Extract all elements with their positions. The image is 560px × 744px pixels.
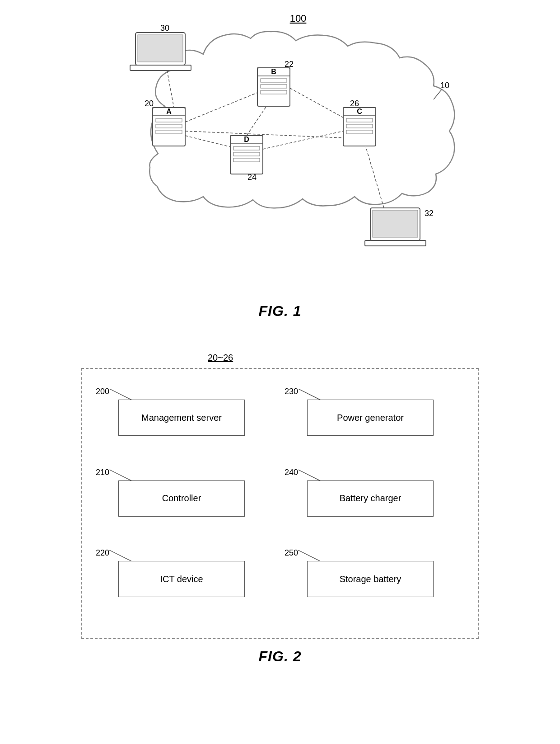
svg-line-41	[167, 71, 174, 108]
svg-line-31	[185, 136, 230, 147]
svg-line-51	[109, 550, 132, 561]
fig1-diagram: 100 A 20 B 22	[77, 9, 483, 298]
fig1-svg: 100 A 20 B 22	[77, 9, 483, 298]
svg-text:22: 22	[285, 60, 294, 69]
ref-220: 220	[96, 548, 109, 558]
svg-rect-39	[130, 65, 191, 71]
page: 100 A 20 B 22	[0, 0, 560, 744]
svg-line-52	[298, 550, 321, 561]
ref-200: 200	[96, 387, 109, 396]
box-240: Battery charger	[307, 480, 434, 517]
box-200: Management server	[118, 400, 245, 436]
label-240: Battery charger	[340, 493, 401, 504]
ref-210: 210	[96, 468, 109, 477]
svg-text:C: C	[357, 108, 362, 115]
svg-text:24: 24	[247, 173, 257, 182]
label-250: Storage battery	[340, 574, 401, 584]
svg-line-49	[109, 470, 132, 481]
svg-rect-44	[365, 240, 426, 246]
box-220: ICT device	[118, 561, 245, 597]
svg-line-47	[109, 389, 132, 400]
box-210: Controller	[118, 480, 245, 517]
box-230: Power generator	[307, 400, 434, 436]
label-230: Power generator	[337, 413, 404, 423]
svg-text:10: 10	[440, 81, 449, 90]
svg-rect-38	[138, 35, 183, 62]
svg-line-50	[298, 470, 321, 481]
svg-line-48	[298, 389, 321, 400]
fig2-caption: FIG. 2	[259, 648, 302, 665]
box-250: Storage battery	[307, 561, 434, 597]
svg-text:26: 26	[350, 99, 359, 108]
item-240: 240 Battery charger	[285, 468, 464, 535]
label-220: ICT device	[160, 574, 203, 584]
svg-text:D: D	[244, 136, 249, 143]
svg-line-35	[290, 88, 343, 118]
svg-text:32: 32	[425, 209, 434, 218]
item-250: 250 Storage battery	[285, 548, 464, 616]
svg-text:A: A	[166, 108, 172, 115]
label-200: Management server	[141, 413, 222, 423]
item-220: 220 ICT device	[96, 548, 275, 616]
svg-text:B: B	[271, 68, 276, 75]
fig2-section: 20~26 200 Management server 230	[0, 353, 560, 678]
svg-text:100: 100	[290, 13, 307, 24]
svg-line-36	[185, 131, 343, 138]
svg-line-46	[366, 147, 384, 208]
fig2-range-label: 20~26	[208, 353, 233, 363]
fig2-box: 200 Management server 230	[81, 368, 479, 639]
item-230: 230 Power generator	[285, 387, 464, 454]
svg-line-32	[185, 93, 257, 122]
ref-250: 250	[285, 548, 298, 558]
svg-line-33	[247, 106, 266, 136]
svg-text:30: 30	[160, 24, 169, 33]
item-200: 200 Management server	[96, 387, 275, 454]
ref-240: 240	[285, 468, 298, 477]
svg-rect-43	[373, 210, 418, 237]
label-210: Controller	[162, 493, 201, 504]
fig1-caption: FIG. 1	[259, 303, 302, 320]
svg-line-30	[434, 89, 442, 99]
svg-line-34	[263, 131, 343, 149]
ref-230: 230	[285, 387, 298, 396]
item-210: 210 Controller	[96, 468, 275, 535]
fig1-section: 100 A 20 B 22	[0, 0, 560, 353]
svg-text:20: 20	[145, 99, 154, 108]
